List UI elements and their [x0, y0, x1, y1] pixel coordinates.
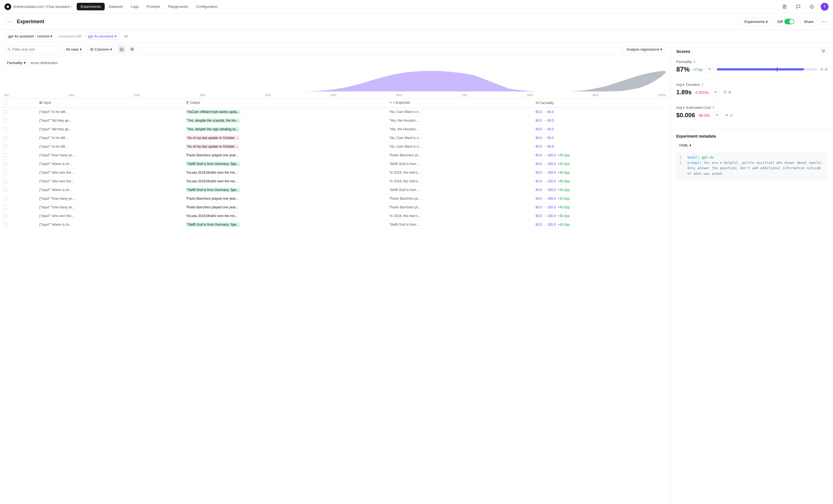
cost-main: $0.006 -$0.001 ↑4 ↓1	[676, 111, 827, 119]
nav-item-logs[interactable]: Logs	[127, 3, 142, 10]
duration-bar-container: ↑5 ↓0	[712, 89, 827, 96]
nav-item-prompts[interactable]: Prompts	[143, 3, 164, 10]
swap-experiments-button[interactable]	[123, 33, 129, 40]
row-checkbox-cell	[0, 142, 36, 151]
row-expected: "No, Cam Ward is n...	[386, 134, 532, 142]
svg-rect-12	[92, 48, 93, 51]
row-factuality: 60.0 → 100.0 +40.0pp	[532, 177, 670, 186]
nav-help-icon[interactable]: ?	[807, 2, 816, 11]
view-grid-button[interactable]	[128, 45, 137, 53]
row-expected: "No, Cam Ward is n...	[386, 108, 532, 116]
row-checkbox[interactable]	[3, 127, 7, 131]
svg-rect-16	[131, 48, 132, 49]
cost-filter-button[interactable]	[713, 111, 721, 119]
diff-toggle-container: Diff	[774, 17, 798, 26]
cost-bar-container: ↑4 ↓1	[713, 111, 827, 119]
back-button[interactable]: ←	[6, 18, 14, 25]
yaml-format-selector[interactable]: YAML ▾	[676, 142, 694, 149]
row-input: {"input":"is he still...	[36, 108, 182, 116]
more-options-button[interactable]	[819, 18, 827, 25]
row-input: {"input":"is he still...	[36, 142, 182, 151]
table-row[interactable]: {"input":"is he still... "AsCam ofWard m…	[0, 108, 670, 116]
view-table-button[interactable]	[118, 45, 126, 53]
duration-avg-label[interactable]: Avg ▾	[676, 83, 684, 87]
row-checkbox[interactable]	[3, 145, 7, 149]
analyze-regressions-button[interactable]: Analyze regressions ▾	[623, 46, 666, 53]
factuality-value: 87%	[676, 66, 690, 73]
th-expected[interactable]: ≡ Expected	[386, 98, 532, 108]
chart-metric-dropdown[interactable]: Factuality ▾	[4, 59, 28, 66]
app-logo[interactable]	[4, 3, 11, 10]
left-panel: All rows ▾ Columns ▾ Analyze regressions…	[0, 43, 671, 504]
row-input: {"input":"where is sh...	[36, 186, 182, 194]
nav-item-datasets[interactable]: Datasets	[105, 3, 127, 10]
cost-avg-label[interactable]: Avg ▾	[676, 106, 684, 110]
row-checkbox-cell	[0, 168, 36, 177]
table-row[interactable]: {"input":"is he still... "As of my last …	[0, 142, 670, 151]
page-title: Experiment	[17, 19, 44, 25]
table-row[interactable]: {"input":"who won the... "InLuka 2018,Mo…	[0, 177, 670, 186]
row-output: "Paolo Banchero played one year...	[183, 194, 386, 203]
table-row[interactable]: {"input":"is he still... "As of my last …	[0, 134, 670, 142]
row-checkbox[interactable]	[3, 223, 7, 227]
metadata-title: Experiment metadata	[676, 134, 827, 138]
row-checkbox[interactable]	[3, 214, 7, 218]
share-button[interactable]: Share	[800, 18, 817, 26]
duration-filter-button[interactable]	[712, 89, 719, 96]
nav-book-icon[interactable]	[780, 2, 789, 11]
experiments-dropdown-button[interactable]: Experiments ▾	[741, 18, 771, 26]
columns-button[interactable]: Columns ▾	[87, 46, 115, 53]
table-row[interactable]: {"input":"how many ye... "Paolo Banchero…	[0, 194, 670, 203]
table-row[interactable]: {"input":"where is sh... "Steffi Graf is…	[0, 220, 670, 229]
factuality-filter-button[interactable]	[706, 66, 713, 73]
th-output[interactable]: Output	[183, 98, 386, 108]
filter-input[interactable]	[13, 47, 57, 51]
table-row[interactable]: {"input":"who won the... "InLuka 2018,Mo…	[0, 212, 670, 220]
row-output: "As of my last update in October ...	[183, 134, 386, 142]
chart-controls: Factuality ▾ score distribution	[4, 59, 666, 66]
row-checkbox[interactable]	[3, 162, 7, 166]
row-checkbox[interactable]	[3, 179, 7, 183]
row-expected: "In 2018, the men's...	[386, 177, 532, 186]
svg-rect-13	[120, 48, 123, 51]
toolbar: All rows ▾ Columns ▾ Analyze regressions…	[0, 43, 670, 56]
current-experiment-selector[interactable]: gpt-4o assistant - concise ▾	[6, 33, 55, 40]
nav-item-configuration[interactable]: Configuration	[192, 3, 221, 10]
table-row[interactable]: {"input":"where is sh... "Steffi Graf is…	[0, 160, 670, 168]
row-checkbox[interactable]	[3, 136, 7, 140]
select-all-checkbox[interactable]	[3, 101, 7, 105]
row-checkbox[interactable]	[3, 205, 7, 209]
cost-counts: ↑4 ↓1	[724, 113, 732, 117]
table-row[interactable]: {"input":"where is sh... "Steffi Graf is…	[0, 186, 670, 194]
row-checkbox[interactable]	[3, 110, 7, 114]
diff-toggle[interactable]	[784, 19, 794, 24]
row-checkbox-cell	[0, 134, 36, 142]
table-row[interactable]: {"input":"did they ge... "Yes, despite t…	[0, 125, 670, 134]
row-checkbox[interactable]	[3, 153, 7, 157]
nav-avatar[interactable]: T	[821, 3, 829, 10]
table-row[interactable]: {"input":"did they ge... "Yes, despite t…	[0, 116, 670, 125]
row-factuality: 60.0 → 100.0 +40.0pp	[532, 203, 670, 212]
row-checkbox[interactable]	[3, 188, 7, 192]
scores-filter-button[interactable]	[819, 47, 827, 55]
row-checkbox[interactable]	[3, 171, 7, 175]
table-row[interactable]: {"input":"how many ye... "Paolo Banchero…	[0, 203, 670, 212]
th-factuality[interactable]: % Factuality	[532, 98, 670, 108]
nav-item-experiments[interactable]: Experiments	[77, 3, 105, 10]
row-checkbox[interactable]	[3, 197, 7, 201]
table-row[interactable]: {"input":"who won the... "InLuka 2018,Mo…	[0, 168, 670, 177]
all-rows-filter[interactable]: All rows ▾	[63, 46, 85, 53]
filter-search-box[interactable]	[4, 46, 61, 53]
th-input[interactable]: Input	[36, 98, 182, 108]
compare-experiment-selector[interactable]: gpt-4o assistant ▾	[86, 33, 119, 40]
nav-chat-icon[interactable]	[794, 2, 803, 11]
svg-rect-19	[133, 50, 134, 51]
duration-counts: ↑5 ↓0	[723, 90, 731, 94]
row-checkbox[interactable]	[3, 119, 7, 123]
row-input: {"input":"is he still...	[36, 134, 182, 142]
row-factuality: 60.0 → 60.0	[532, 134, 670, 142]
nav-brand[interactable]: braintrustdata.com / Chat assistant ▾	[14, 4, 72, 9]
nav-item-playgrounds[interactable]: Playgrounds	[164, 3, 192, 10]
table-row[interactable]: {"input":"how many ye... "Paolo Banchero…	[0, 151, 670, 160]
row-checkbox-cell	[0, 220, 36, 229]
